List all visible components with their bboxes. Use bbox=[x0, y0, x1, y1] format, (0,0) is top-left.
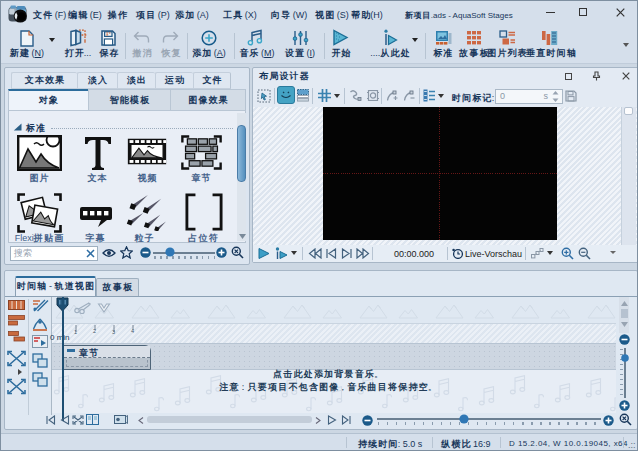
svg-text:2: 2 bbox=[93, 328, 96, 334]
svg-text:4: 4 bbox=[131, 328, 134, 334]
svg-text:3: 3 bbox=[112, 329, 115, 335]
svg-text:1: 1 bbox=[74, 329, 77, 335]
